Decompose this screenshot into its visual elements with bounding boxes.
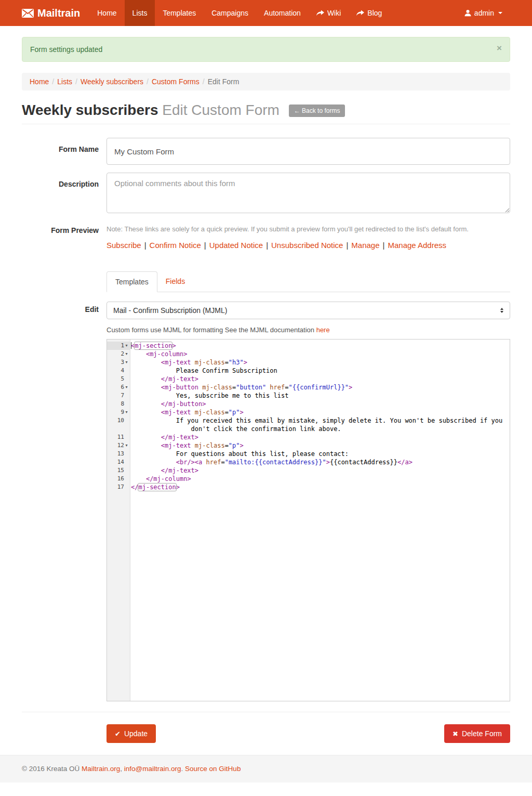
code-line[interactable]: 4 Please Confirm Subscription <box>131 367 510 375</box>
preview-links: Subscribe|Confirm Notice|Updated Notice|… <box>107 241 510 250</box>
line-number: 16 <box>107 475 130 483</box>
nav-item-automation[interactable]: Automation <box>256 0 309 26</box>
footer-link-email[interactable]: info@mailtrain.org <box>124 765 181 773</box>
nav-item-blog[interactable]: Blog <box>349 0 390 26</box>
code-line[interactable]: 2▾ <mj-column> <box>131 350 510 358</box>
line-number: 9▾ <box>107 408 130 416</box>
line-number: 13 <box>107 450 130 458</box>
check-icon: ✔ <box>115 730 121 738</box>
line-number: 8 <box>107 400 130 408</box>
code-line[interactable]: 11 </mj-text> <box>131 433 510 441</box>
form-preview-label: Form Preview <box>22 223 99 250</box>
breadcrumb-lists[interactable]: Lists <box>57 77 72 86</box>
fold-arrow-icon[interactable]: ▾ <box>124 441 129 450</box>
share-arrow-icon <box>356 10 364 16</box>
code-line[interactable]: 5 </mj-text> <box>131 375 510 383</box>
line-number: 4 <box>107 367 130 375</box>
code-line[interactable]: 12▾ <mj-text mj-class="p"> <box>131 441 510 450</box>
mjml-doc-link[interactable]: here <box>316 326 330 334</box>
code-line[interactable]: 9▾ <mj-text mj-class="p"> <box>131 408 510 416</box>
code-line[interactable]: 10 If you received this email by mistake… <box>131 416 510 425</box>
tab-templates[interactable]: Templates <box>107 271 157 292</box>
user-icon <box>464 9 471 17</box>
brand-logo[interactable]: Mailtrain <box>22 0 89 26</box>
breadcrumb-custom-forms[interactable]: Custom Forms <box>152 77 200 86</box>
page-subtitle: Edit Custom Form <box>162 102 280 118</box>
preview-link-manage[interactable]: Manage <box>351 241 379 250</box>
alert-success: Form settings updated × <box>22 37 510 62</box>
nav-item-lists[interactable]: Lists <box>125 0 155 26</box>
x-icon: ✖ <box>453 730 458 738</box>
line-number: 11 <box>107 433 130 441</box>
footer: © 2016 Kreata OÜ Mailtrain.org, info@mai… <box>0 755 532 782</box>
code-line[interactable]: 15 </mj-text> <box>131 466 510 475</box>
envelope-icon <box>22 9 34 18</box>
divider <box>22 712 510 712</box>
preview-link-subscribe[interactable]: Subscribe <box>107 241 141 250</box>
alert-message: Form settings updated <box>30 45 102 54</box>
user-menu[interactable]: admin <box>457 0 510 26</box>
code-line[interactable]: 8 </mj-button> <box>131 400 510 408</box>
chevron-down-icon <box>498 12 502 14</box>
line-number: 1▾ <box>107 342 130 350</box>
code-line[interactable]: 6▾ <mj-button mj-class="button" href="{{… <box>131 383 510 392</box>
description-label: Description <box>22 173 99 215</box>
code-line[interactable]: 14 <br/><a href="mailto:{{contactAddress… <box>131 458 510 466</box>
template-select-value: Mail - Confirm Subscription (MJML) <box>113 306 227 315</box>
nav-item-campaigns[interactable]: Campaigns <box>204 0 256 26</box>
fold-arrow-icon[interactable]: ▾ <box>124 342 129 350</box>
code-line[interactable]: 13 For questions about this list, please… <box>131 450 510 458</box>
preview-link-unsubscribed-notice[interactable]: Unsubscribed Notice <box>271 241 343 250</box>
nav-item-templates[interactable]: Templates <box>155 0 204 26</box>
preview-link-updated-notice[interactable]: Updated Notice <box>209 241 263 250</box>
preview-link-manage-address[interactable]: Manage Address <box>388 241 446 250</box>
template-select[interactable]: Mail - Confirm Subscription (MJML) <box>107 302 510 319</box>
line-number: 14 <box>107 458 130 466</box>
preview-link-confirm-notice[interactable]: Confirm Notice <box>150 241 201 250</box>
code-line[interactable]: 16 </mj-column> <box>131 475 510 483</box>
line-number: 10 <box>107 416 130 425</box>
tab-bar: Templates Fields <box>107 271 510 292</box>
line-number: 6▾ <box>107 383 130 392</box>
brand-label: Mailtrain <box>37 7 80 19</box>
line-number: 2▾ <box>107 350 130 358</box>
form-name-input[interactable] <box>107 138 510 165</box>
line-number: 3▾ <box>107 358 130 367</box>
nav-item-wiki[interactable]: Wiki <box>309 0 349 26</box>
code-line[interactable]: 17</mj-section> <box>131 483 510 491</box>
fold-arrow-icon[interactable]: ▾ <box>124 350 129 358</box>
description-textarea[interactable] <box>107 173 510 213</box>
fold-arrow-icon[interactable]: ▾ <box>124 358 129 367</box>
page-header: Weekly subscribers Edit Custom Form ← Ba… <box>22 102 510 124</box>
footer-link-github[interactable]: Source on GitHub <box>185 765 241 773</box>
close-icon[interactable]: × <box>497 44 502 53</box>
breadcrumb-current: Edit Form <box>208 77 240 86</box>
code-line[interactable]: 7 Yes, subscribe me to this list <box>131 392 510 400</box>
fold-arrow-icon[interactable]: ▾ <box>124 383 129 392</box>
code-line[interactable]: 1▾<mj-section> <box>131 342 510 350</box>
update-button[interactable]: ✔ Update <box>107 724 156 743</box>
form-name-label: Form Name <box>22 138 99 165</box>
back-to-forms-button[interactable]: ← Back to forms <box>289 105 345 117</box>
fold-arrow-icon[interactable]: ▾ <box>124 408 129 416</box>
line-number: 5 <box>107 375 130 383</box>
line-number: 7 <box>107 392 130 400</box>
user-label: admin <box>474 9 494 17</box>
page-title: Weekly subscribers <box>22 102 158 118</box>
line-number: 15 <box>107 466 130 475</box>
breadcrumb-home[interactable]: Home <box>30 77 49 86</box>
mjml-help-text: Custom forms use MJML for formatting See… <box>107 326 510 334</box>
code-line[interactable]: 3▾ <mj-text mj-class="h3"> <box>131 358 510 367</box>
share-arrow-icon <box>316 10 324 16</box>
tab-fields[interactable]: Fields <box>157 271 193 292</box>
breadcrumb-weekly-subscribers[interactable]: Weekly subscribers <box>81 77 143 86</box>
nav-item-home[interactable]: Home <box>89 0 124 26</box>
delete-form-button[interactable]: ✖ Delete Form <box>444 724 510 743</box>
code-line[interactable]: don't click the confirmation link above. <box>131 425 510 433</box>
copyright-text: © 2016 Kreata OÜ <box>22 765 82 773</box>
breadcrumb: Home/Lists/Weekly subscribers/Custom For… <box>22 73 510 90</box>
line-number <box>107 425 130 433</box>
code-editor[interactable]: 1▾<mj-section>2▾ <mj-column>3▾ <mj-text … <box>107 339 510 701</box>
top-navbar: Mailtrain Home Lists Templates Campaigns… <box>0 0 532 26</box>
footer-link-mailtrain[interactable]: Mailtrain.org <box>82 765 120 773</box>
